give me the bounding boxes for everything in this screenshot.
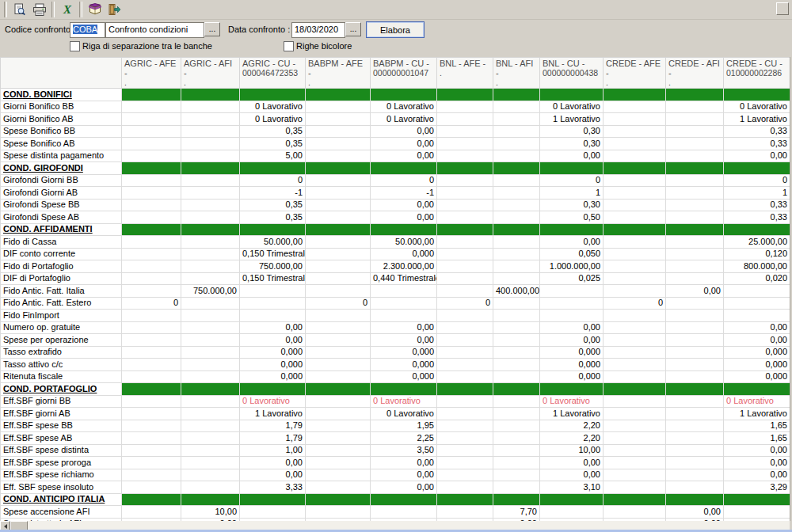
value-cell-agric-afe [122,211,181,224]
section-band-cell [540,162,604,175]
value-cell-agric-afi: 10,00 [181,506,240,519]
row-label: COND. ANTICIPO ITALIA [1,493,122,506]
value-cell-crede-afe [604,211,666,224]
value-cell-agric-afi [181,138,240,150]
value-cell-agric-afi [181,260,240,273]
value-cell-bnl-afe [437,150,493,162]
value-cell-bnl-cu: 0,30 [540,199,604,211]
value-cell-agric-cu: 0 Lavorativo [240,101,306,113]
print-preview-button[interactable] [10,1,29,18]
value-cell-crede-afe [604,321,666,334]
table-row: Spese distinta pagamento5,000,000,000,00 [1,150,790,162]
row-label: Giorni Bonifico BB [1,101,122,113]
section-band-cell [604,162,666,175]
value-cell-crede-afi [666,187,724,200]
separation-checkbox[interactable] [70,41,80,51]
row-label: Girofondi Spese BB [1,199,122,211]
column-header-bnl-afi: BNL - AFI -. [493,58,540,89]
bicolor-checkbox[interactable] [284,41,294,51]
value-cell-crede-afe [604,260,666,273]
value-cell-crede-cu [724,506,790,519]
section-band-cell [437,493,493,506]
table-row: Giorni Bonifico AB0 Lavorativo0 Lavorati… [1,113,790,126]
value-cell-bnl-cu: 0,000 [540,359,604,371]
value-cell-crede-afi [666,444,724,457]
value-cell-agric-afi [181,187,240,200]
value-cell-agric-afe [122,248,181,260]
table-row: Fido Antic. Fatt. Estero0000 [1,297,790,310]
value-cell-crede-afi [666,236,724,249]
value-cell-crede-afe [604,199,666,211]
value-cell-crede-afi [666,138,724,150]
value-cell-agric-afe [122,420,181,432]
value-cell-babpm-cu: 2.300.000,00 [371,260,437,273]
value-cell-crede-cu: 1 [724,187,790,200]
print-button[interactable] [30,1,48,18]
value-cell-bnl-cu: 2,20 [540,420,604,432]
column-header-babpm-cu: BABPM - CU -000000001047 [371,58,437,89]
value-cell-bnl-cu: 0,000 [540,346,604,359]
help-book-icon [88,3,102,16]
value-cell-agric-afi [181,469,240,481]
data-confronto-input[interactable]: 18/03/2020 [291,22,345,38]
codice-browse-button[interactable]: ... [204,22,220,36]
section-band-cell [540,383,604,396]
value-cell-agric-afi [181,199,240,211]
value-cell-crede-afe [604,506,666,519]
value-cell-crede-cu: 0,00 [724,457,790,469]
value-cell-bnl-afi [493,310,540,322]
table-row: Fido di Cassa50.000,0050.000,000,0025.00… [1,236,790,249]
value-cell-babpm-cu: 0,00 [371,138,437,150]
value-cell-agric-afe [122,506,181,519]
row-label: Eff.SBF spese richiamo [1,469,122,481]
section-band-cell [724,493,790,506]
table-row: Ritenuta fiscale0,0000,0000,0000,000 [1,370,790,383]
value-cell-babpm-cu [371,285,437,298]
value-cell-bnl-cu: 0 Lavorativo [540,101,604,113]
descrizione-confronto-field[interactable]: Confronto condizioni [105,22,204,38]
value-cell-agric-afi [181,457,240,469]
value-cell-bnl-cu: 1 Lavorativo [540,113,604,126]
codice-confronto-input[interactable]: COBA [70,22,105,38]
row-label: Eff.SBF giorni BB [1,395,122,408]
table-row: DIF conto corrente0,150 Trimestrale0,000… [1,248,790,260]
value-cell-agric-afi [181,248,240,260]
value-cell-crede-afi [666,297,724,310]
section-band-cell [240,223,306,236]
excel-export-button[interactable]: X [58,1,76,18]
value-cell-crede-cu: 800.000,00 [724,260,790,273]
value-cell-crede-afi [666,457,724,469]
value-cell-bnl-afi [493,346,540,359]
value-cell-bnl-afe [437,138,493,150]
value-cell-crede-afe [604,138,666,150]
help-button[interactable] [86,1,104,18]
value-cell-agric-afi [181,346,240,359]
value-cell-crede-afe [604,395,666,408]
value-cell-crede-cu: 1 Lavorativo [724,408,790,420]
data-browse-button[interactable]: ... [345,22,361,36]
table-row: Spese Bonifico BB0,350,000,300,33 [1,125,790,138]
table-row: Tasso extrafido0,0000,0000,0000,000 [1,346,790,359]
value-cell-agric-afe [122,285,181,298]
value-cell-crede-afi [666,469,724,481]
row-label: Numero op. gratuite [1,321,122,334]
value-cell-agric-afe [122,359,181,371]
value-cell-agric-afe [122,346,181,359]
section-band-cell [604,383,666,396]
value-cell-crede-afe [604,481,666,494]
value-cell-agric-afi [181,101,240,113]
exit-button[interactable] [105,1,124,18]
value-cell-agric-cu: 0,00 [240,334,306,347]
value-cell-agric-cu: 0,00 [240,469,306,481]
value-cell-agric-afi [181,272,240,285]
table-row: Eff.SBF spese richiamo0,000,000,000,00 [1,469,790,481]
section-row: COND. BONIFICI [1,89,790,101]
value-cell-babpm-afe [306,211,371,224]
value-cell-crede-cu: 0,00 [724,469,790,481]
value-cell-bnl-afe [437,272,493,285]
elabora-button[interactable]: Elabora [366,21,425,38]
section-band-cell [666,493,724,506]
row-label: DIF conto corrente [1,248,122,260]
value-cell-babpm-afe [306,260,371,273]
value-cell-crede-afe [604,469,666,481]
